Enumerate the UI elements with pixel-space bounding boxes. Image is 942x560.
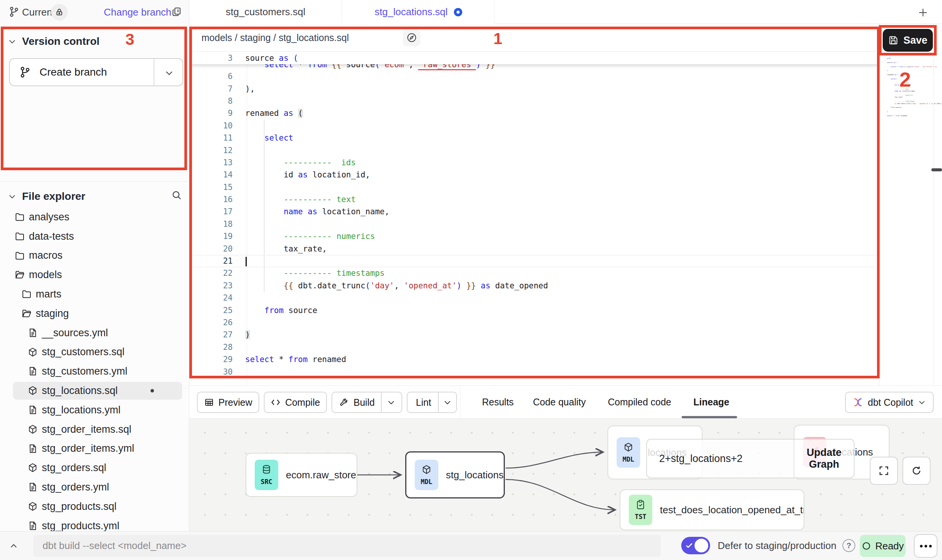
help-icon[interactable]: ? bbox=[842, 539, 855, 552]
file-tree-item-stg_customers.sql[interactable]: stg_customers.sql bbox=[0, 343, 189, 362]
lint-label: Lint bbox=[416, 397, 431, 408]
line-number: 21 bbox=[189, 256, 233, 266]
lineage-node-stg_locations[interactable]: MDLstg_locations bbox=[405, 451, 505, 498]
code-text: renamed as ( bbox=[245, 109, 303, 118]
badge-label: SRC bbox=[261, 478, 273, 486]
doc-icon bbox=[27, 327, 38, 341]
change-branch-link[interactable]: Change branch bbox=[104, 6, 171, 18]
lint-button[interactable]: Lint bbox=[407, 392, 457, 413]
copilot-compass-button[interactable] bbox=[403, 29, 420, 46]
file-tree-item-__sources.yml[interactable]: __sources.yml bbox=[0, 323, 189, 343]
breadcrumb: models / staging / stg_locations.sql bbox=[201, 32, 349, 43]
file-tree-item-stg_orders.sql[interactable]: stg_orders.sql bbox=[0, 458, 189, 478]
code-line-5: select * from {{ source('ecom', 'raw_sto… bbox=[189, 64, 879, 70]
node-type-badge: SRC bbox=[255, 460, 278, 490]
lineage-node-test_does_location_opened_at_trunc_t-[interactable]: TSTtest_does_location_opened_at_trunc_t… bbox=[620, 489, 804, 530]
build-dropdown[interactable] bbox=[381, 392, 401, 412]
file-tree: analysesdata-testsmacrosmodelsmartsstagi… bbox=[0, 207, 189, 536]
editor-tab-stg_locations.sql[interactable]: stg_locations.sql bbox=[342, 0, 495, 24]
save-button[interactable]: Save bbox=[883, 29, 933, 52]
more-options-button[interactable] bbox=[914, 534, 937, 558]
build-button[interactable]: Build bbox=[331, 392, 402, 413]
minimap[interactable]: withsource as ( select * from {{ source(… bbox=[887, 57, 932, 119]
panel-tab-results[interactable]: Results bbox=[482, 386, 514, 418]
defer-toggle[interactable] bbox=[681, 537, 710, 554]
line-number: 30 bbox=[189, 367, 233, 376]
file-tree-item-marts[interactable]: marts bbox=[0, 285, 189, 304]
file-tree-item-stg_order_items.sql[interactable]: stg_order_items.sql bbox=[0, 420, 189, 439]
dbt-copilot-button[interactable]: dbt Copilot bbox=[845, 392, 934, 413]
refresh-button[interactable] bbox=[902, 457, 931, 485]
lineage-node-ecom-raw_stores[interactable]: SRCecom.raw_stores bbox=[246, 453, 357, 497]
file-tree-item-macros[interactable]: macros bbox=[0, 246, 189, 266]
divider bbox=[154, 59, 154, 85]
cube-icon bbox=[27, 424, 38, 437]
wrench-icon bbox=[339, 397, 349, 407]
divider bbox=[934, 24, 934, 385]
node-label: ecom.raw_stores bbox=[286, 469, 357, 481]
line-number: 8 bbox=[189, 96, 233, 106]
preview-button[interactable]: Preview bbox=[197, 392, 259, 413]
file-tree-item-stg_locations.yml[interactable]: stg_locations.yml bbox=[0, 400, 189, 420]
line-number: 14 bbox=[189, 170, 233, 179]
save-icon bbox=[888, 35, 899, 46]
file-tree-item-stg_orders.yml[interactable]: stg_orders.yml bbox=[0, 478, 189, 497]
file-explorer-header[interactable]: File explorer bbox=[8, 190, 182, 202]
node-type-badge: MDL bbox=[617, 437, 640, 468]
panel-resize-handle[interactable] bbox=[931, 168, 942, 171]
cube-icon bbox=[27, 462, 38, 476]
create-branch-button[interactable]: Create branch bbox=[9, 58, 183, 86]
file-tree-item-stg_products.sql[interactable]: stg_products.sql bbox=[0, 497, 189, 516]
chevron-down-icon[interactable] bbox=[164, 68, 174, 78]
compile-button[interactable]: Compile bbox=[264, 392, 327, 413]
divider bbox=[460, 386, 460, 418]
lineage-selector-input[interactable] bbox=[647, 440, 794, 478]
chevron-down-icon bbox=[443, 398, 452, 407]
update-graph-button[interactable]: Update Graph bbox=[794, 447, 854, 470]
action-toolbar: Preview Compile Build Lint ResultsCode q… bbox=[189, 385, 942, 419]
status-bar: dbt build --select <model_name> Defer to… bbox=[0, 531, 942, 560]
file-tree-item-stg_customers.yml[interactable]: stg_customers.yml bbox=[0, 362, 189, 381]
panel-tab-code-quality[interactable]: Code quality bbox=[533, 386, 586, 418]
check-icon bbox=[685, 541, 693, 550]
search-icon[interactable] bbox=[171, 190, 182, 201]
editor-tabs: stg_customers.sqlstg_locations.sql bbox=[189, 0, 495, 24]
file-tree-item-stg_locations.sql[interactable]: stg_locations.sql bbox=[0, 381, 189, 400]
file-tree-item-staging[interactable]: staging bbox=[0, 304, 189, 323]
chevron-up-icon[interactable] bbox=[8, 541, 19, 551]
code-text: name as location_name, bbox=[245, 207, 389, 216]
panel-tab-lineage[interactable]: Lineage bbox=[693, 386, 729, 418]
line-number: 15 bbox=[189, 183, 233, 192]
copilot-label: dbt Copilot bbox=[868, 397, 913, 408]
version-control-header[interactable]: Version control bbox=[8, 35, 100, 47]
code-editor[interactable]: 67),89renamed as (1011 select1213 ------… bbox=[189, 52, 879, 385]
fullscreen-button[interactable] bbox=[870, 457, 898, 485]
node-label: test_does_location_opened_at_trunc_t… bbox=[660, 504, 804, 516]
code-line-24: 24 bbox=[189, 292, 879, 304]
doc-icon bbox=[27, 366, 38, 379]
git-branch-icon bbox=[19, 66, 31, 78]
file-tree-item-stg_order_items.yml[interactable]: stg_order_items.yml bbox=[0, 439, 189, 459]
cube-icon bbox=[623, 442, 634, 454]
code-line-11: 11 select bbox=[189, 132, 879, 144]
file-tree-item-models[interactable]: models bbox=[0, 265, 189, 285]
lint-dropdown[interactable] bbox=[438, 392, 456, 412]
lineage-graph[interactable]: SRCecom.raw_storesMDLstg_locationsMDLloc… bbox=[189, 419, 942, 531]
code-line-28: 28 bbox=[189, 341, 879, 353]
line-number: 16 bbox=[189, 195, 233, 204]
new-tab-button[interactable] bbox=[915, 5, 931, 20]
line-number: 26 bbox=[189, 318, 233, 327]
branch-bar: Current Change branch bbox=[0, 0, 189, 24]
copy-icon[interactable] bbox=[171, 6, 182, 17]
editor-tab-stg_customers.sql[interactable]: stg_customers.sql bbox=[189, 0, 342, 24]
chevron-down-icon bbox=[8, 192, 17, 201]
current-branch-label: Current bbox=[22, 6, 55, 18]
code-line-30: 30 bbox=[189, 365, 879, 378]
status-circle-icon bbox=[861, 541, 871, 551]
code-icon bbox=[271, 397, 281, 407]
file-name: macros bbox=[29, 250, 63, 261]
file-tree-item-data-tests[interactable]: data-tests bbox=[0, 227, 189, 246]
file-tree-item-analyses[interactable]: analyses bbox=[0, 207, 189, 227]
text-cursor bbox=[246, 257, 247, 266]
panel-tab-compiled-code[interactable]: Compiled code bbox=[608, 386, 671, 418]
